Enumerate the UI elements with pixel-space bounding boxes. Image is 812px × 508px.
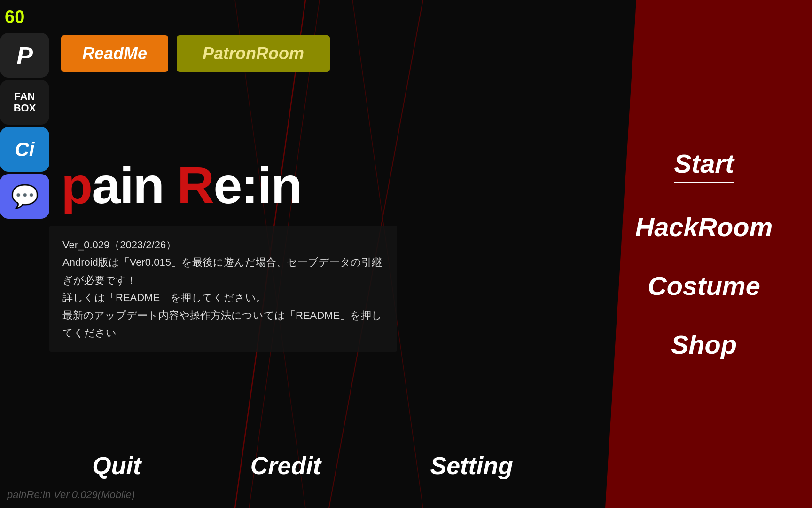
pixiv-icon[interactable]: P [0,33,49,78]
frame-counter: 60 [5,7,24,27]
version-text: painRe:in Ver.0.029(Mobile) [7,489,135,501]
start-button[interactable]: Start [674,148,734,183]
credit-button[interactable]: Credit [250,452,321,480]
sidebar: P FANBOX Ci 💬 [0,33,54,219]
quit-button[interactable]: Quit [92,452,141,480]
top-buttons: ReadMe PatronRoom [61,35,330,72]
hackroom-button[interactable]: HackRoom [635,212,773,242]
info-box: Ver_0.029（2023/2/26） Android版は「Ver0.015」… [49,226,397,352]
title-r: R [177,156,213,214]
patronroom-button[interactable]: PatronRoom [177,35,330,72]
right-menu: Start HackRoom Costume Shop [605,0,812,508]
costume-button[interactable]: Costume [648,270,760,301]
discord-icon[interactable]: 💬 [0,174,49,219]
setting-button[interactable]: Setting [430,452,513,480]
readme-button[interactable]: ReadMe [61,35,168,72]
title-p: p [61,156,92,214]
title-ein: e:in [213,156,302,214]
fanbox-icon[interactable]: FANBOX [0,80,49,125]
shop-button[interactable]: Shop [671,329,737,360]
bottom-buttons: Quit Credit Setting [0,452,605,480]
ci-icon[interactable]: Ci [0,127,49,172]
info-line1: Ver_0.029（2023/2/26） [62,236,384,254]
info-line3: 詳しくは「README」を押してください。 [62,289,384,306]
info-line4: 最新のアップデート内容や操作方法については「README」を押してください [62,307,384,342]
title-ain: ain [92,156,177,214]
info-line2: Android版は「Ver0.015」を最後に遊んだ場合、セーブデータの引継ぎが… [62,254,384,289]
game-title: pain Re:in [61,155,302,215]
